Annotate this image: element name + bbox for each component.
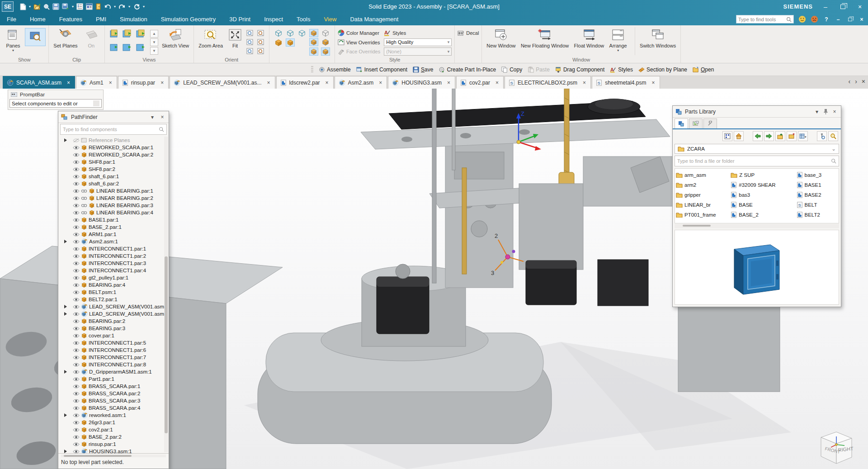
parts-library-menu-button[interactable]: ▾: [813, 109, 821, 115]
create-part-in-place-button[interactable]: Create Part In-Place: [436, 64, 499, 75]
ribbon-tab-view[interactable]: View: [317, 13, 343, 25]
library-file-bas3[interactable]: bas3: [731, 190, 794, 199]
visibility-eye-icon[interactable]: [73, 297, 80, 302]
library-folder-arm-asm[interactable]: arm_asm: [676, 171, 729, 179]
tab-scroll-right-button[interactable]: ›: [855, 78, 857, 85]
options-icon[interactable]: [86, 2, 93, 11]
pin-icon[interactable]: [823, 109, 828, 114]
document-tab-lead-screw-asm-v001-as-[interactable]: LEAD_SCREW_ASM(V001.as...×: [170, 76, 275, 89]
visibility-off-icon[interactable]: [73, 138, 80, 143]
parts-library-tab-image[interactable]: [689, 118, 703, 128]
visibility-eye-icon[interactable]: [73, 246, 80, 251]
pathfinder-item-brass-scara-par-1[interactable]: BRASS_SCARA.par:1: [58, 383, 169, 390]
shaded-mode-icon-1[interactable]: [274, 38, 283, 47]
paste-button[interactable]: Paste: [525, 64, 552, 75]
up-one-level-button[interactable]: [775, 131, 785, 141]
visibility-eye-icon[interactable]: [73, 290, 80, 295]
zoom-plus-icon[interactable]: [245, 29, 255, 37]
named-view-icon-2[interactable]: [122, 29, 133, 39]
save-button[interactable]: Save: [410, 64, 436, 75]
rotate-view-icon[interactable]: [256, 47, 265, 56]
named-view-icon-1[interactable]: [108, 29, 119, 39]
dropdown-arrow-icon[interactable]: ▾: [72, 2, 74, 11]
expand-arrow-icon[interactable]: [64, 305, 67, 308]
pathfinder-item-asm2-asm-1[interactable]: Asm2.asm:1: [58, 238, 169, 245]
expand-arrow-icon[interactable]: [64, 370, 67, 374]
forward-button[interactable]: [764, 131, 774, 141]
styles-button[interactable]: AStyles: [607, 64, 636, 75]
pathfinder-item-brass-scara-par-3[interactable]: BRASS_SCARA.par:3: [58, 397, 169, 404]
visibility-eye-icon[interactable]: [73, 283, 80, 288]
visibility-eye-icon[interactable]: [73, 304, 80, 309]
views-scroll-down-button[interactable]: ▼: [150, 38, 158, 46]
library-folder-linear-br[interactable]: LINEAR_br: [676, 200, 729, 209]
prompt-bar-message[interactable]: Select components to edit or: [9, 99, 102, 108]
visibility-eye-icon[interactable]: [73, 391, 80, 396]
ribbon-tab-simulation[interactable]: Simulation: [113, 13, 154, 25]
help-button[interactable]: ?: [823, 16, 830, 23]
parts-library-tab-library[interactable]: [675, 118, 688, 128]
views-scroll-end-button[interactable]: ▼: [150, 47, 158, 55]
ribbon-tab-simulation-geometry[interactable]: Simulation Geometry: [154, 13, 222, 25]
visibility-eye-icon[interactable]: [73, 275, 80, 280]
dropdown-arrow-icon[interactable]: ▾: [114, 2, 116, 11]
refresh-icon[interactable]: [245, 47, 255, 56]
app-logo-icon[interactable]: SE: [2, 1, 14, 12]
exit-icon[interactable]: [95, 2, 101, 11]
show-panes-toggle-button[interactable]: [25, 28, 46, 46]
shaded-with-edges-icon[interactable]: [309, 29, 318, 37]
named-view-icon-3[interactable]: [136, 29, 146, 39]
clip-on-button[interactable]: On: [81, 27, 102, 55]
pathfinder-item-base1-par-1[interactable]: BASE1.par:1: [58, 216, 169, 223]
rotate-box-icon[interactable]: [256, 29, 265, 37]
pathfinder-item-lead-screw-asm-v001-asm-[interactable]: LEAD_SCREW_ASM(V001.asm:: [58, 310, 169, 317]
styles-button[interactable]: A Styles: [384, 29, 452, 37]
face-style-dropdown[interactable]: (None)▾: [384, 47, 452, 56]
visibility-eye-icon[interactable]: [73, 225, 80, 230]
color-manager-button[interactable]: Color Manager: [338, 29, 380, 37]
perspective-icon[interactable]: [309, 47, 318, 56]
redo-icon[interactable]: [118, 2, 126, 11]
ribbon-tab-file[interactable]: File: [0, 13, 23, 25]
pathfinder-item-lead-screw-asm-v001-asm-[interactable]: LEAD_SCREW_ASM(V001.asm:: [58, 303, 169, 310]
document-tab-cov2-par[interactable]: cov2.par×: [456, 76, 504, 89]
new-window-button[interactable]: New Window: [485, 27, 517, 55]
visibility-eye-icon[interactable]: [73, 196, 80, 201]
view-style-dropdown[interactable]: High Quality▾: [384, 38, 452, 47]
pathfinder-item-shf8-par-2[interactable]: SHF8.par:2: [58, 166, 169, 173]
shaded-mode-icon-2[interactable]: [286, 38, 295, 47]
visibility-eye-icon[interactable]: [73, 312, 80, 317]
document-tab-ldscrew2-par[interactable]: ldscrew2.par×: [276, 76, 334, 89]
pathfinder-item-part1-par-1[interactable]: Part1.par:1: [58, 375, 169, 383]
expand-arrow-icon[interactable]: [64, 413, 67, 417]
copy-button[interactable]: Copy: [499, 64, 525, 75]
pathfinder-item-bearing-par-2[interactable]: BEARING.par:2: [58, 317, 169, 325]
tab-close-icon[interactable]: ×: [447, 80, 450, 86]
visibility-eye-icon[interactable]: [73, 420, 80, 425]
pathfinder-hscrollbar[interactable]: [61, 455, 166, 457]
new-folder-button[interactable]: [787, 131, 797, 141]
tab-close-icon[interactable]: ×: [160, 80, 164, 86]
switch-windows-button[interactable]: Switch Windows: [635, 27, 678, 55]
parts-library-close-button[interactable]: ×: [831, 109, 838, 115]
pathfinder-item-base-2-par-2[interactable]: BASE_2.par:2: [58, 433, 169, 441]
toolbar-grip-handle[interactable]: [311, 66, 313, 73]
ribbon-tab-home[interactable]: Home: [23, 13, 52, 25]
pan-icon[interactable]: [245, 38, 255, 46]
sketch-view-button[interactable]: Sketch View: [160, 27, 191, 55]
visibility-eye-icon[interactable]: [73, 413, 80, 418]
pathfinder-item-cover-par-1[interactable]: cover.par:1: [58, 332, 169, 339]
visibility-eye-icon[interactable]: [73, 377, 80, 382]
library-file-base2[interactable]: BASE2: [797, 190, 838, 199]
ribbon-tab-3d-print[interactable]: 3D Print: [222, 13, 257, 25]
pathfinder-item-interconnect1-par-1[interactable]: INTERCONNECT1.par:1: [58, 245, 169, 252]
view-cube[interactable]: FRONT RIGHT: [815, 426, 858, 465]
library-file-base[interactable]: BASE: [731, 200, 794, 209]
open-button[interactable]: Open: [690, 64, 717, 75]
repeat-icon[interactable]: [133, 2, 140, 11]
pathfinder-item-housing3-asm-1[interactable]: HOUSING3.asm:1: [58, 448, 169, 453]
feedback-frown-icon[interactable]: [811, 15, 818, 23]
tab-close-icon[interactable]: ×: [109, 80, 112, 86]
wireframe-mode-icon-3[interactable]: [297, 29, 307, 37]
pathfinder-item-brass-scara-par-2[interactable]: BRASS_SCARA.par:2: [58, 390, 169, 397]
